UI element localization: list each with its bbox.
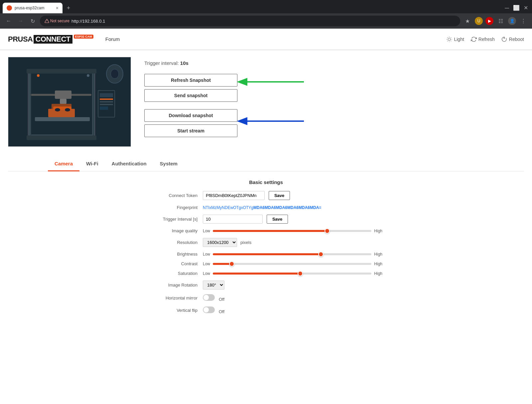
profile-button[interactable]: 👤 — [508, 17, 516, 25]
tab-close-button[interactable]: × — [56, 5, 59, 11]
trigger-interval-value-container: Save — [203, 215, 382, 224]
resolution-select[interactable]: 1600x1200 1280x1024 1024x768 800x600 640… — [203, 238, 237, 247]
svg-rect-25 — [27, 69, 96, 74]
tab-favicon — [7, 5, 12, 11]
fingerprint-value: NTIxMzMyNDEwOTgxOTYgMDA6MDA6MDA6MDA6MDA6… — [203, 205, 321, 210]
svg-rect-31 — [100, 104, 113, 105]
refresh-icon — [471, 36, 477, 42]
vertical-flip-slider[interactable] — [203, 306, 215, 313]
image-rotation-select[interactable]: 0° 90° 180° 270° — [203, 281, 224, 290]
saturation-slider-container: Low High — [203, 271, 382, 276]
trigger-interval-input[interactable] — [203, 215, 263, 224]
svg-point-39 — [65, 108, 70, 111]
light-label: Light — [454, 37, 464, 42]
tab-authentication[interactable]: Authentication — [105, 157, 153, 171]
saturation-slider-row: Low High — [203, 271, 382, 276]
tab-wifi[interactable]: Wi-Fi — [79, 157, 105, 171]
trigger-interval-value: 10s — [180, 60, 189, 66]
svg-rect-20 — [35, 117, 90, 121]
svg-point-2 — [448, 38, 451, 41]
refresh-button[interactable]: Refresh — [471, 36, 495, 42]
saturation-label: Saturation — [150, 271, 203, 276]
svg-rect-32 — [100, 106, 108, 110]
reboot-button[interactable]: Reboot — [501, 36, 524, 42]
trigger-interval-display: Trigger interval: 10s — [144, 60, 524, 66]
svg-line-9 — [448, 41, 448, 41]
reload-button[interactable]: ↻ — [28, 16, 37, 26]
extensions-button[interactable]: U — [475, 17, 483, 25]
saturation-thumb[interactable] — [298, 271, 303, 276]
extension3-button[interactable]: ☷ — [496, 16, 505, 26]
app-logo: PRUSA CONNECT ESP32 CAM — [8, 35, 93, 44]
extension2-button[interactable]: ▶ — [485, 17, 493, 25]
connect-token-save-button[interactable]: Save — [269, 191, 290, 200]
address-bar[interactable]: Not secure http://192.168.0.1 — [40, 16, 460, 26]
horizontal-mirror-toggle[interactable] — [203, 294, 215, 301]
contrast-slider-row: Low High — [203, 262, 382, 266]
brightness-thumb[interactable] — [318, 252, 324, 257]
resolution-label: Resolution — [150, 240, 203, 245]
connect-token-input[interactable] — [203, 191, 265, 200]
light-button[interactable]: Light — [446, 36, 464, 42]
image-quality-row: Image quality Low High — [150, 228, 382, 233]
brightness-slider-container: Low High — [203, 252, 382, 257]
tab-system[interactable]: System — [153, 157, 184, 171]
svg-rect-19 — [60, 99, 66, 104]
vertical-flip-toggle[interactable] — [203, 306, 215, 313]
trigger-interval-label: Trigger interval: — [144, 60, 179, 66]
page-content: PRUSA CONNECT ESP32 CAM Forum Light Refr… — [0, 29, 532, 404]
browser-tab-active[interactable]: prusa-esp32cam × — [3, 3, 63, 13]
blue-arrow — [241, 114, 307, 128]
trigger-interval-save-button[interactable]: Save — [267, 215, 288, 224]
green-arrow — [241, 75, 307, 89]
svg-line-5 — [448, 37, 448, 38]
horizontal-mirror-slider[interactable] — [203, 294, 215, 301]
image-quality-thumb[interactable] — [325, 228, 330, 234]
printer-svg — [8, 57, 131, 146]
image-quality-slider-container: Low High — [203, 229, 382, 233]
refresh-label: Refresh — [478, 37, 495, 42]
svg-rect-28 — [100, 93, 113, 97]
forward-button[interactable]: → — [16, 16, 25, 26]
not-secure-indicator: Not secure — [45, 19, 69, 23]
camera-image — [8, 57, 131, 146]
tab-camera[interactable]: Camera — [48, 157, 79, 171]
svg-rect-30 — [100, 101, 113, 102]
refresh-snapshot-button[interactable]: Refresh Snapshot — [144, 74, 237, 87]
download-snapshot-button[interactable]: Download snapshot — [144, 109, 237, 122]
image-quality-fill — [213, 230, 327, 232]
menu-button[interactable]: ⋮ — [519, 16, 528, 26]
tabs-section: Camera Wi-Fi Authentication System — [8, 157, 524, 171]
back-button[interactable]: ← — [4, 16, 13, 26]
send-snapshot-button[interactable]: Send snapshot — [144, 89, 237, 102]
app-header: PRUSA CONNECT ESP32 CAM Forum Light Refr… — [0, 29, 532, 50]
light-icon — [446, 36, 452, 42]
camera-section: Trigger interval: 10s Refresh Snapshot S… — [8, 57, 524, 147]
close-window-button[interactable]: ✕ — [524, 5, 528, 12]
reboot-label: Reboot — [509, 37, 524, 42]
logo-badge: ESP32 CAM — [74, 35, 93, 39]
connect-token-row: Connect Token Save — [150, 191, 382, 200]
brightness-fill — [213, 253, 321, 255]
toolbar-right: ★ U ▶ ☷ 👤 ⋮ — [463, 16, 528, 26]
minimize-button[interactable]: ─ — [505, 5, 509, 12]
brightness-slider-row: Low High — [203, 252, 382, 257]
trigger-interval-row: Trigger Interval [s] Save — [150, 215, 382, 224]
new-tab-button[interactable]: + — [64, 3, 73, 13]
svg-point-34 — [111, 69, 119, 79]
bookmark-button[interactable]: ★ — [463, 16, 472, 26]
brightness-row: Brightness Low High — [150, 252, 382, 257]
pixels-label: pixels — [240, 240, 251, 245]
svg-rect-18 — [55, 91, 71, 99]
contrast-thumb[interactable] — [229, 261, 234, 267]
image-quality-low: Low — [203, 229, 210, 233]
svg-line-10 — [451, 37, 451, 38]
maximize-button[interactable]: ⬜ — [513, 5, 520, 12]
image-quality-track — [213, 230, 371, 232]
reboot-icon — [501, 36, 507, 42]
browser-tab-bar: prusa-esp32cam × + ─ ⬜ ✕ — [0, 0, 532, 13]
forum-link[interactable]: Forum — [105, 36, 120, 42]
brightness-low: Low — [203, 252, 210, 257]
start-stream-button[interactable]: Start stream — [144, 124, 237, 137]
image-rotation-value-container: 0° 90° 180° 270° — [203, 281, 382, 290]
